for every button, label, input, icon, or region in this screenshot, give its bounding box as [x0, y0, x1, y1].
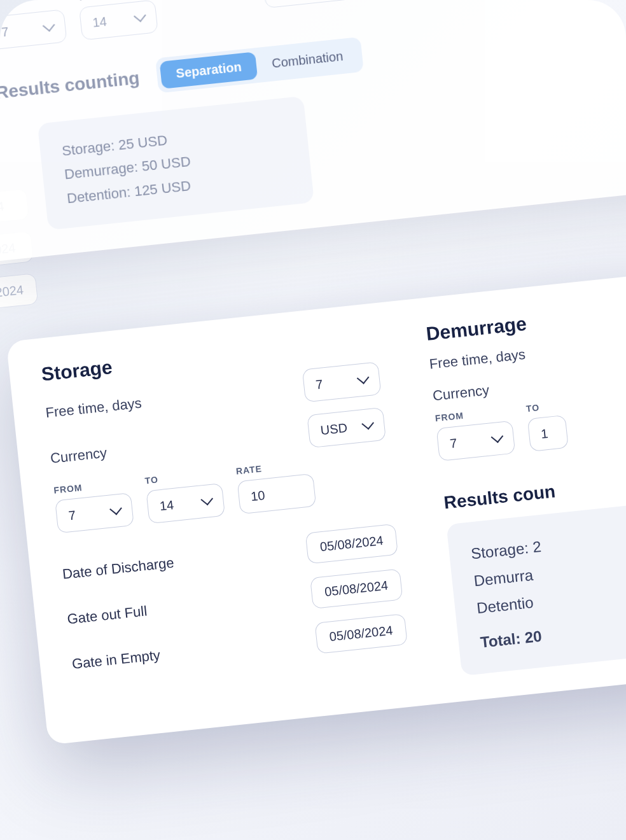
to-select[interactable]: 14 — [146, 483, 225, 524]
currency-select[interactable]: USD — [307, 407, 386, 448]
chevron-down-icon — [134, 10, 146, 22]
date-discharge-input[interactable]: 05/08/2024 — [305, 524, 398, 564]
chevron-down-icon — [109, 503, 122, 515]
tab-combination[interactable]: Combination — [255, 41, 359, 79]
free-time-value: 7 — [315, 377, 323, 392]
gate-out-full-input[interactable]: 05/08/2024 — [310, 568, 403, 609]
from-label: FROM — [53, 477, 130, 495]
currency-label: Currency — [50, 445, 108, 467]
from-select[interactable]: 7 — [0, 9, 67, 50]
chevron-down-icon — [200, 493, 213, 506]
gate-out-full-label: Gate out Full — [66, 596, 213, 627]
dm-from-label: FROM — [435, 405, 511, 423]
viewport: 024 2024 /2024 Free time, days Currency … — [0, 0, 626, 840]
rate-label: RATE — [235, 458, 312, 476]
to-select[interactable]: 14 — [79, 0, 158, 41]
tabs: Separation Combination — [155, 37, 364, 94]
chevron-down-icon — [357, 372, 370, 384]
from-value: 7 — [68, 508, 76, 523]
results-box: Storage: 2 Demurra Detentio Total: 20 — [446, 501, 626, 676]
bg-date-fragment: /2024 — [0, 273, 38, 310]
front-card: Storage Free time, days 7 Currency USD — [6, 271, 626, 745]
from-select[interactable]: 7 — [55, 493, 134, 533]
rate-input[interactable]: 10 — [263, 0, 411, 8]
chevron-down-icon — [43, 19, 55, 32]
gate-in-empty-input[interactable]: 05/08/2024 — [314, 613, 407, 654]
rate-value: 10 — [250, 488, 266, 504]
free-time-select[interactable]: 7 — [302, 361, 382, 402]
to-value: 14 — [92, 14, 108, 30]
dm-to-value: 1 — [540, 426, 548, 441]
currency-value: USD — [320, 420, 348, 437]
dm-from-value: 7 — [449, 436, 457, 451]
to-label: TO — [144, 468, 221, 486]
to-value: 14 — [159, 498, 175, 514]
chevron-down-icon — [361, 417, 374, 430]
results-box: Storage: 25 USD Demurrage: 50 USD Detent… — [38, 96, 314, 230]
gate-in-empty-label: Gate in Empty — [71, 641, 218, 673]
dm-to-input[interactable]: 1 — [527, 415, 569, 452]
dm-from-select[interactable]: 7 — [436, 421, 516, 461]
free-time-label: Free time, days — [45, 395, 142, 421]
tab-separation[interactable]: Separation — [160, 52, 258, 89]
rate-input[interactable]: 10 — [237, 473, 317, 514]
results-counting-title: Results counting — [0, 67, 141, 103]
results-counting-title: Results coun — [443, 470, 626, 514]
dm-to-label: TO — [525, 400, 564, 414]
back-card: Free time, days Currency FROM 7 TO 14 — [0, 0, 626, 263]
date-discharge-label: Date of Discharge — [62, 550, 209, 582]
chevron-down-icon — [491, 430, 504, 443]
from-value: 7 — [1, 24, 9, 39]
